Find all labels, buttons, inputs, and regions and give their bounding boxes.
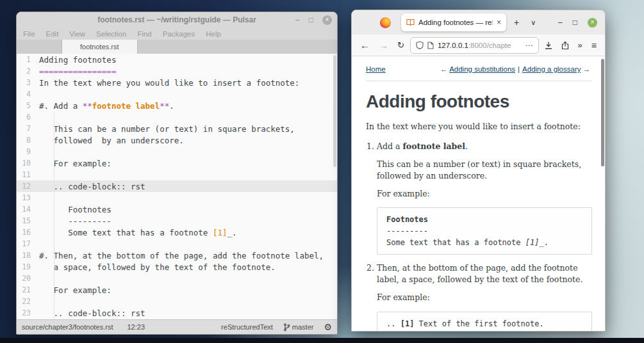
status-file-path: source/chapter3/footnotes.rst — [22, 323, 113, 331]
menu-packages[interactable]: Packages — [163, 30, 195, 38]
pulsar-titlebar[interactable]: footnotes.rst — ~/writing/rstguide — Pul… — [17, 12, 337, 28]
editor-line[interactable]: 20 — [17, 273, 337, 284]
next-page-link[interactable]: Adding a glossary — [522, 65, 581, 73]
editor-line[interactable]: 3In the text where you would like to ins… — [17, 77, 337, 88]
menu-view[interactable]: View — [69, 30, 85, 38]
list-item-lead: Add a footnote label. — [377, 141, 468, 151]
gear-icon[interactable]: ⚙ — [324, 322, 332, 332]
editor-line[interactable]: 18#. Then, at the bottom of the page, ad… — [17, 250, 337, 261]
editor-line[interactable]: 2================ — [17, 65, 337, 77]
editor-line[interactable]: 7 This can be a number (or text) in squa… — [17, 123, 337, 134]
browser-content: Home ←Adding substitutions|Adding a glos… — [352, 56, 605, 331]
nav-separator: | — [518, 65, 520, 73]
pulsar-menubar: File Edit View Selection Find Packages H… — [17, 28, 337, 40]
maximize-icon[interactable]: □ — [573, 18, 577, 27]
minimize-icon[interactable]: – — [295, 16, 300, 24]
nav-divider — [366, 81, 592, 81]
editor-line[interactable]: 24 — [17, 319, 337, 319]
line-number: 14 — [17, 205, 31, 214]
minimize-icon[interactable]: – — [558, 18, 563, 27]
editor-line[interactable]: 8 followed by an underscore. — [17, 134, 337, 146]
line-number: 4 — [17, 90, 31, 99]
editor-line[interactable]: 16 Some text that has a footnote [1]_. — [17, 227, 337, 238]
editor-line[interactable]: 14 Footnotes — [17, 203, 337, 215]
browser-scrollbar-thumb[interactable] — [601, 59, 604, 166]
url-host: 127.0.0.1 — [438, 42, 468, 49]
download-icon[interactable] — [541, 41, 556, 50]
line-number: 20 — [17, 274, 31, 283]
line-number: 1 — [17, 55, 31, 64]
menu-selection[interactable]: Selection — [96, 30, 126, 38]
line-number: 17 — [17, 239, 31, 248]
window-title: footnotes.rst — ~/writing/rstguide — Pul… — [17, 15, 337, 24]
list-tabs-icon[interactable]: ∨ — [527, 19, 540, 27]
hamburger-menu-icon[interactable]: ≡ — [588, 40, 600, 51]
page-info-icon[interactable] — [427, 42, 434, 49]
reload-icon[interactable]: ↻ — [394, 40, 408, 50]
editor-line[interactable]: 4 — [17, 88, 337, 100]
close-icon[interactable]: × — [588, 18, 597, 28]
firefox-window: Adding footnotes — reS × + ∨ – □ × ← → ↻ — [351, 10, 606, 331]
editor-scrollbar[interactable] — [333, 55, 336, 167]
next-arrow-icon: → — [583, 65, 591, 73]
browser-tab-active[interactable]: Adding footnotes — reS × — [401, 13, 506, 31]
line-number: 18 — [17, 251, 31, 260]
list-item: Then, at the bottom of the page, add the… — [377, 262, 592, 331]
example-label: For example: — [377, 188, 592, 200]
list-item: Add a footnote label. This can be a numb… — [377, 141, 592, 255]
line-number: 19 — [17, 262, 31, 271]
editor-line[interactable]: 9 — [17, 146, 337, 157]
book-favicon — [406, 19, 415, 26]
maximize-icon[interactable]: □ — [309, 16, 313, 24]
line-number: 16 — [17, 228, 31, 237]
menu-file[interactable]: File — [23, 30, 35, 38]
menu-edit[interactable]: Edit — [46, 30, 59, 38]
new-tab-button[interactable]: + — [510, 17, 523, 28]
status-git-branch[interactable]: master — [292, 323, 314, 331]
close-icon[interactable]: × — [322, 15, 332, 25]
tab-footnotes-rst[interactable]: footnotes.rst — [62, 40, 138, 54]
desktop-background: footnotes.rst — ~/writing/rstguide — Pul… — [0, 0, 644, 343]
status-language[interactable]: reStructuredText — [221, 323, 273, 331]
url-bar[interactable]: 127.0.0.1:8000/chapte ⋯ — [410, 37, 539, 54]
home-link[interactable]: Home — [366, 65, 386, 73]
line-number: 10 — [17, 159, 31, 168]
editor-line[interactable]: 10 For example: — [17, 157, 337, 169]
editor-line[interactable]: 5#. Add a **footnote label**. — [17, 100, 337, 111]
editor-line[interactable]: 23 .. code-block:: rst — [17, 307, 337, 319]
prev-page-link[interactable]: Adding substitutions — [449, 65, 515, 73]
editor-line[interactable]: 6 — [17, 111, 337, 123]
firefox-logo-icon[interactable] — [380, 17, 391, 28]
menu-find[interactable]: Find — [137, 30, 151, 38]
shield-icon — [416, 41, 424, 49]
url-more-icon[interactable]: ⋯ — [525, 41, 533, 50]
line-number: 15 — [17, 216, 31, 225]
menu-help[interactable]: Help — [206, 30, 221, 38]
line-number: 7 — [17, 124, 31, 133]
url-text[interactable]: 127.0.0.1:8000/chapte — [438, 42, 522, 49]
editor-line[interactable]: 15 --------- — [17, 215, 337, 227]
share-icon[interactable] — [558, 41, 572, 50]
editor-line[interactable]: 12 .. code-block:: rst — [17, 180, 337, 192]
back-icon[interactable]: ← — [357, 40, 373, 51]
overflow-chevron-icon[interactable]: » — [575, 40, 586, 50]
url-path: :8000/chapte — [468, 42, 511, 49]
indent-guide — [54, 111, 54, 319]
editor-line[interactable]: 11 — [17, 169, 337, 180]
editor-line[interactable]: 13 — [17, 192, 337, 203]
editor-line[interactable]: 22 — [17, 296, 337, 307]
editor-line[interactable]: 1Adding footnotes — [17, 54, 337, 65]
forward-icon[interactable]: → — [376, 40, 392, 51]
line-number: 6 — [17, 113, 31, 122]
line-number: 11 — [17, 170, 31, 179]
sphinx-page: Home ←Adding substitutions|Adding a glos… — [352, 56, 605, 331]
editor-pane[interactable]: 1Adding footnotes2================3In th… — [17, 54, 337, 319]
tab-close-icon[interactable]: × — [497, 18, 501, 27]
editor-line[interactable]: 21 For example: — [17, 284, 337, 296]
tab-title: Adding footnotes — reS — [418, 19, 493, 26]
list-item-lead: Then, at the bottom of the page, add the… — [377, 263, 582, 284]
pulsar-tabbar: footnotes.rst — [17, 40, 337, 54]
editor-line[interactable]: 17 — [17, 238, 337, 250]
editor-line[interactable]: 19 a space, followed by the text of the … — [17, 261, 337, 273]
line-number: 13 — [17, 193, 31, 202]
